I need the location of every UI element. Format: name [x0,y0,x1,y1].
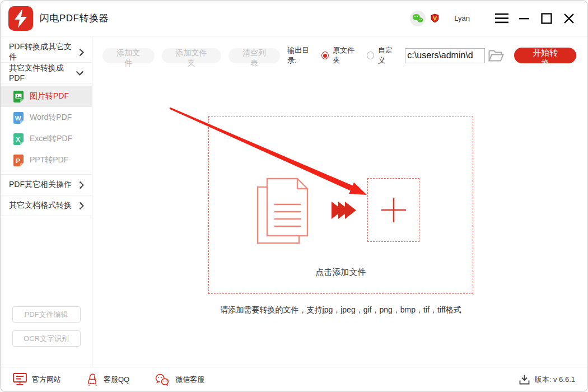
radio-custom[interactable]: 自定义 [367,45,399,66]
sidebar-item-image-to-pdf[interactable]: 图片转PDF [1,86,92,107]
body: PDF转换成其它文件 其它文件转换成PDF 图片转PDF [1,36,587,367]
version-label: 版本: v 6.6.1 [535,375,575,385]
sidebar-item-label: 图片转PDF [30,91,69,101]
vip-badge-icon[interactable] [430,13,440,23]
wechat-support-link[interactable]: 微信客服 [155,374,204,386]
click-to-add-hint: 点击添加文件 [209,267,473,278]
radio-dot [367,52,374,59]
svg-text:W: W [15,115,21,122]
maximize-icon [541,13,552,24]
clear-list-button[interactable]: 清空列表 [228,48,281,63]
toolbar: 添加文件 添加文件夹 清空列表 输出目录: 原文件夹 自定义 [102,48,576,63]
output-directory-label: 输出目录: [287,45,317,66]
monitor-icon [13,373,27,386]
menu-button[interactable] [493,10,510,27]
version-info: 版本: v 6.6.1 [519,374,575,385]
app-logo-icon [8,6,33,31]
app-title: 闪电PDF转换器 [40,12,109,25]
sidebar-section-doc-format-convert[interactable]: 其它文档格式转换 [1,195,92,216]
start-convert-button[interactable]: 开始转换 [514,48,576,63]
username[interactable]: Lyan [454,14,470,22]
drop-area[interactable]: 点击添加文件 [208,116,473,294]
wechat-avatar-icon[interactable] [410,11,426,26]
add-file-button[interactable]: 添加文件 [102,48,155,63]
sidebar-section-other-to-pdf[interactable]: 其它文件转换成PDF [1,63,92,83]
chevron-right-icon [79,48,84,57]
download-icon[interactable] [519,374,530,385]
sidebar-section-pdf-operations[interactable]: PDF其它相关操作 [1,175,92,195]
titlebar: 闪电PDF转换器 Lyan [1,1,587,36]
minimize-button[interactable] [516,10,533,27]
browse-folder-button[interactable] [488,50,504,62]
sidebar-item-label: Word转PDF [30,113,72,123]
footer-link-label: 客服QQ [104,375,129,385]
radio-source-folder[interactable]: 原文件夹 [321,45,360,66]
excel-file-icon: X [13,133,24,146]
sidebar-item-word-to-pdf[interactable]: W Word转PDF [1,107,92,128]
close-icon [563,13,575,24]
chevron-right-icon [79,181,84,189]
sidebar-bottom-buttons: PDF文件编辑 OCR文字识别 [1,306,92,367]
add-folder-button[interactable]: 添加文件夹 [162,48,221,63]
ocr-button[interactable]: OCR文字识别 [12,330,81,347]
supported-formats-hint: 请添加需要转换的文件，支持jpg，jpeg，gif，png，bmp，tif，ti… [194,305,487,315]
hamburger-icon [495,13,508,24]
radio-label: 自定义 [378,45,398,66]
sidebar-item-ppt-to-pdf[interactable]: P PPT转PDF [1,150,92,171]
svg-text:P: P [16,157,20,164]
output-path-input[interactable] [405,48,485,63]
wechat-bubbles-icon [155,374,170,386]
sidebar-section-label: 其它文档格式转换 [9,200,72,211]
sidebar-submenu: 图片转PDF W Word转PDF X Exce [1,83,92,175]
svg-text:X: X [16,136,20,143]
sidebar-section-label: PDF其它相关操作 [9,180,72,190]
pdf-edit-button[interactable]: PDF文件编辑 [12,306,81,323]
radio-dot [321,52,329,59]
word-file-icon: W [13,111,24,124]
main-panel: 添加文件 添加文件夹 清空列表 输出目录: 原文件夹 自定义 [92,36,587,367]
sidebar-item-excel-to-pdf[interactable]: X Excel转PDF [1,128,92,150]
chevron-right-icon [79,202,84,210]
chevron-down-icon [76,71,84,76]
folder-icon [488,50,504,62]
documents-stack-icon [256,177,316,245]
sidebar: PDF转换成其它文件 其它文件转换成PDF 图片转PDF [1,36,92,367]
radio-label: 原文件夹 [333,45,360,66]
image-file-icon [13,90,24,103]
sidebar-spacer [1,216,92,306]
sidebar-section-pdf-to-other[interactable]: PDF转换成其它文件 [1,42,92,63]
maximize-button[interactable] [538,10,555,27]
ppt-file-icon: P [13,154,24,167]
sidebar-section-label: PDF转换成其它文件 [9,42,79,62]
sidebar-item-label: PPT转PDF [30,155,68,165]
titlebar-right: Lyan [410,10,577,27]
footer: 官方网站 客服QQ 微信客服 [1,367,587,391]
sidebar-section-label: 其它文件转换成PDF [9,63,76,82]
add-file-dropzone-button[interactable] [367,178,419,242]
qq-penguin-icon [87,373,99,386]
fast-forward-icon [332,202,357,219]
footer-link-label: 官方网站 [32,375,61,385]
output-directory-group: 输出目录: 原文件夹 自定义 [287,45,576,66]
app-window: 闪电PDF转换器 Lyan [0,0,588,392]
close-button[interactable] [561,10,577,27]
qq-support-link[interactable]: 客服QQ [87,373,129,386]
footer-link-label: 微信客服 [175,375,204,385]
plus-icon [380,197,407,223]
sidebar-item-label: Excel转PDF [30,134,72,144]
minimize-icon [519,17,529,20]
official-website-link[interactable]: 官方网站 [13,373,61,386]
